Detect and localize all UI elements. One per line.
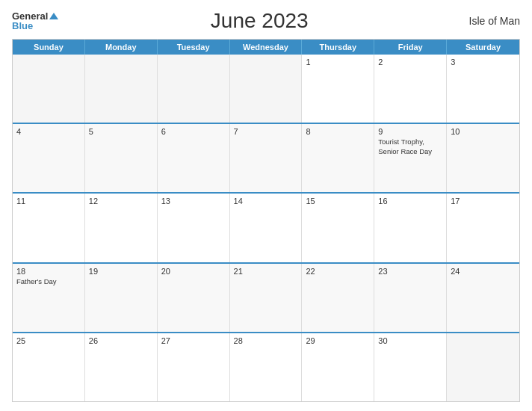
day-cell: 21 [230, 264, 303, 332]
day-number: 20 [161, 267, 226, 276]
day-cell: 10 [447, 124, 519, 192]
day-cell: 13 [158, 194, 230, 262]
day-cell: 28 [230, 333, 303, 401]
day-header-saturday: Saturday [447, 40, 519, 55]
day-cell: 5 [85, 124, 158, 192]
day-headers: SundayMondayTuesdayWednesdayThursdayFrid… [13, 40, 519, 55]
day-cell: 19 [85, 264, 158, 332]
day-cell: 27 [158, 333, 230, 401]
day-number: 8 [306, 127, 370, 136]
day-number: 25 [16, 336, 81, 345]
weeks: 123456789Tourist Trophy, Senior Race Day… [13, 55, 519, 401]
day-header-thursday: Thursday [302, 40, 374, 55]
day-number: 12 [89, 197, 153, 206]
header: General Blue June 2023 Isle of Man [12, 9, 520, 33]
day-number: 21 [234, 267, 298, 276]
day-cell: 15 [302, 194, 374, 262]
day-number: 9 [378, 127, 442, 136]
day-cell [85, 55, 158, 123]
week-row-3: 18Father's Day192021222324 [13, 262, 519, 332]
day-number: 10 [451, 127, 516, 136]
day-number: 23 [378, 267, 442, 276]
calendar-page: General Blue June 2023 Isle of Man Sunda… [0, 0, 532, 411]
day-number: 24 [451, 267, 516, 276]
day-cell: 17 [447, 194, 519, 262]
week-row-2: 11121314151617 [13, 192, 519, 262]
day-cell: 7 [230, 124, 303, 192]
day-header-wednesday: Wednesday [230, 40, 303, 55]
week-row-0: 123 [13, 55, 519, 123]
day-header-tuesday: Tuesday [158, 40, 230, 55]
day-cell: 6 [158, 124, 230, 192]
event-text: Father's Day [16, 277, 81, 286]
logo-triangle-icon [49, 13, 58, 19]
week-row-4: 252627282930 [13, 332, 519, 401]
day-number: 6 [161, 127, 226, 136]
day-cell [230, 55, 303, 123]
day-number: 1 [306, 58, 370, 67]
day-number: 22 [306, 267, 370, 276]
day-cell: 9Tourist Trophy, Senior Race Day [374, 124, 447, 192]
day-cell: 24 [447, 264, 519, 332]
day-number: 5 [89, 127, 153, 136]
week-row-1: 456789Tourist Trophy, Senior Race Day10 [13, 123, 519, 192]
day-cell: 20 [158, 264, 230, 332]
day-cell: 16 [374, 194, 447, 262]
day-number: 14 [234, 197, 298, 206]
day-number: 13 [161, 197, 226, 206]
day-number: 16 [378, 197, 442, 206]
day-cell: 12 [85, 194, 158, 262]
day-cell: 30 [374, 333, 447, 401]
month-title: June 2023 [58, 9, 460, 33]
calendar-grid: SundayMondayTuesdayWednesdayThursdayFrid… [12, 39, 520, 402]
day-number: 29 [306, 336, 370, 345]
day-cell: 4 [13, 124, 85, 192]
day-number: 11 [16, 197, 81, 206]
region-label: Isle of Man [460, 15, 520, 27]
day-cell [158, 55, 230, 123]
day-cell: 14 [230, 194, 303, 262]
day-number: 26 [89, 336, 153, 345]
day-header-sunday: Sunday [13, 40, 85, 55]
day-header-monday: Monday [85, 40, 158, 55]
day-number: 30 [378, 336, 442, 345]
day-cell: 18Father's Day [13, 264, 85, 332]
day-cell: 11 [13, 194, 85, 262]
day-number: 18 [16, 267, 81, 276]
day-header-friday: Friday [374, 40, 447, 55]
day-cell: 29 [302, 333, 374, 401]
day-cell: 23 [374, 264, 447, 332]
day-cell: 2 [374, 55, 447, 123]
day-number: 3 [451, 58, 516, 67]
day-cell: 22 [302, 264, 374, 332]
day-number: 19 [89, 267, 153, 276]
day-cell [13, 55, 85, 123]
day-cell: 25 [13, 333, 85, 401]
event-text: Tourist Trophy, Senior Race Day [378, 137, 442, 156]
day-number: 2 [378, 58, 442, 67]
day-number: 17 [451, 197, 516, 206]
day-number: 28 [234, 336, 298, 345]
day-number: 27 [161, 336, 226, 345]
day-cell: 26 [85, 333, 158, 401]
logo: General Blue [12, 11, 58, 31]
day-cell: 1 [302, 55, 374, 123]
day-cell [447, 333, 519, 401]
day-cell: 8 [302, 124, 374, 192]
day-number: 15 [306, 197, 370, 206]
day-number: 7 [234, 127, 298, 136]
logo-blue-text: Blue [12, 21, 58, 31]
day-cell: 3 [447, 55, 519, 123]
day-number: 4 [16, 127, 81, 136]
